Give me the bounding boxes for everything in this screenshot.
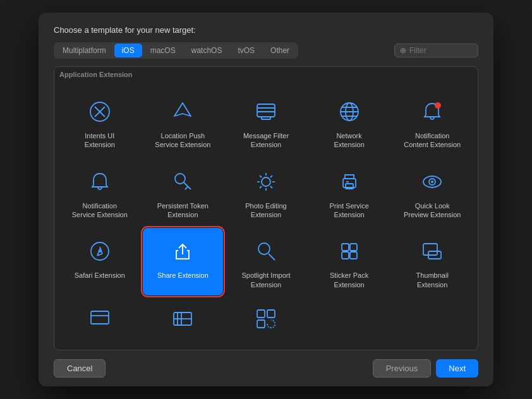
template-persistent-token[interactable]: Persistent TokenExtension — [143, 158, 224, 226]
filter-input[interactable] — [409, 46, 473, 55]
svg-line-17 — [184, 182, 191, 189]
template-grid: Intents UIExtension Location PushService… — [59, 88, 473, 295]
notification-content-icon — [418, 97, 447, 126]
partial-icon-3 — [251, 304, 281, 333]
thumbnail-icon — [418, 237, 447, 266]
svg-rect-4 — [257, 104, 275, 117]
svg-line-24 — [260, 176, 262, 177]
notification-service-icon — [85, 167, 114, 196]
template-label: Print ServiceExtension — [329, 201, 368, 220]
template-label: Persistent TokenExtension — [157, 201, 209, 220]
tab-other[interactable]: Other — [263, 44, 297, 57]
partial-item-3[interactable] — [226, 298, 306, 342]
intents-ui-icon — [85, 97, 114, 126]
template-dialog: Choose a template for your new target: M… — [39, 13, 493, 386]
svg-line-25 — [270, 186, 272, 188]
print-service-icon — [335, 167, 364, 196]
template-label: Share Extension — [157, 271, 209, 280]
template-thumbnail[interactable]: ThumbnailExtension — [392, 228, 473, 295]
template-label: Safari Extension — [75, 271, 125, 280]
template-label: Message FilterExtension — [243, 131, 289, 150]
svg-rect-53 — [257, 310, 265, 318]
template-label: Location PushService Extension — [155, 131, 210, 150]
dialog-footer: Cancel Previous Next — [39, 350, 493, 386]
svg-rect-47 — [91, 311, 109, 324]
template-label: Spotlight ImportExtension — [241, 271, 290, 289]
tab-watchos[interactable]: watchOS — [184, 44, 230, 57]
template-notification-content[interactable]: NotificationContent Extension — [392, 88, 473, 156]
svg-rect-28 — [343, 179, 356, 188]
share-icon — [168, 237, 197, 266]
template-label: Intents UIExtension — [85, 131, 115, 150]
partial-item-1[interactable] — [59, 298, 140, 342]
sticker-pack-icon — [335, 237, 364, 266]
template-safari[interactable]: Safari Extension — [59, 228, 140, 295]
svg-rect-43 — [342, 252, 349, 259]
filter-box[interactable]: ⊕ — [394, 44, 478, 57]
svg-line-26 — [270, 176, 272, 177]
partial-icon-2 — [168, 304, 197, 333]
message-filter-icon — [251, 97, 281, 126]
location-push-icon — [168, 97, 197, 126]
svg-rect-41 — [342, 244, 349, 251]
template-label: Quick LookPreview Extension — [404, 201, 461, 220]
partial-row — [59, 298, 473, 342]
cancel-button[interactable]: Cancel — [54, 359, 106, 378]
template-label: Photo EditingExtension — [245, 201, 286, 220]
svg-rect-55 — [257, 320, 265, 328]
svg-marker-3 — [174, 103, 191, 116]
template-sticker-pack[interactable]: Sticker PackExtension — [309, 228, 390, 295]
template-print-service[interactable]: Print ServiceExtension — [309, 158, 390, 226]
template-grid-container: Intents UIExtension Location PushService… — [54, 81, 478, 350]
svg-rect-42 — [350, 244, 357, 251]
svg-point-19 — [262, 177, 270, 186]
svg-line-40 — [269, 254, 275, 260]
template-label: NotificationService Extension — [72, 201, 128, 220]
svg-point-39 — [258, 243, 270, 254]
svg-rect-45 — [423, 244, 437, 255]
svg-line-27 — [260, 186, 262, 188]
svg-rect-54 — [267, 310, 275, 318]
dialog-title: Choose a template for your new target: — [39, 13, 493, 42]
template-share[interactable]: Share Extension — [143, 228, 224, 295]
template-location-push[interactable]: Location PushService Extension — [143, 88, 224, 156]
svg-point-15 — [435, 102, 441, 109]
svg-point-33 — [431, 181, 433, 183]
content-area: Application Extension Intents UIExtensio… — [54, 66, 478, 350]
tab-ios[interactable]: iOS — [114, 44, 142, 57]
template-label: ThumbnailExtension — [416, 271, 449, 289]
svg-rect-44 — [350, 252, 357, 259]
filter-icon: ⊕ — [400, 46, 406, 55]
tab-macos[interactable]: macOS — [143, 44, 183, 57]
template-message-filter[interactable]: Message FilterExtension — [226, 88, 306, 156]
tab-bar-inner: Multiplatform iOS macOS watchOS tvOS Oth… — [54, 42, 298, 59]
template-intents-ui[interactable]: Intents UIExtension — [59, 88, 140, 156]
tab-bar: Multiplatform iOS macOS watchOS tvOS Oth… — [39, 42, 493, 66]
footer-right: Previous Next — [373, 359, 478, 378]
persistent-token-icon — [168, 167, 197, 196]
template-label: NotificationContent Extension — [404, 131, 461, 150]
svg-point-16 — [175, 174, 185, 184]
tab-tvos[interactable]: tvOS — [230, 44, 262, 57]
photo-editing-icon — [251, 167, 281, 196]
network-icon — [335, 97, 364, 126]
template-quick-look[interactable]: Quick LookPreview Extension — [392, 158, 473, 226]
section-header: Application Extension — [54, 67, 478, 81]
next-button[interactable]: Next — [436, 359, 478, 378]
template-network[interactable]: NetworkExtension — [309, 88, 390, 156]
svg-point-38 — [99, 250, 101, 253]
partial-item-2[interactable] — [143, 298, 224, 342]
template-notification-service[interactable]: NotificationService Extension — [59, 158, 140, 226]
tab-multiplatform[interactable]: Multiplatform — [55, 44, 114, 57]
spotlight-icon — [251, 237, 281, 266]
template-photo-editing[interactable]: Photo EditingExtension — [226, 158, 306, 226]
template-label: NetworkExtension — [334, 131, 364, 150]
template-label: Sticker PackExtension — [330, 271, 368, 289]
partial-icon-1 — [85, 304, 114, 333]
quick-look-icon — [418, 167, 447, 196]
template-spotlight[interactable]: Spotlight ImportExtension — [226, 228, 306, 295]
previous-button[interactable]: Previous — [373, 359, 432, 378]
svg-line-18 — [185, 187, 188, 189]
safari-icon — [85, 237, 114, 266]
